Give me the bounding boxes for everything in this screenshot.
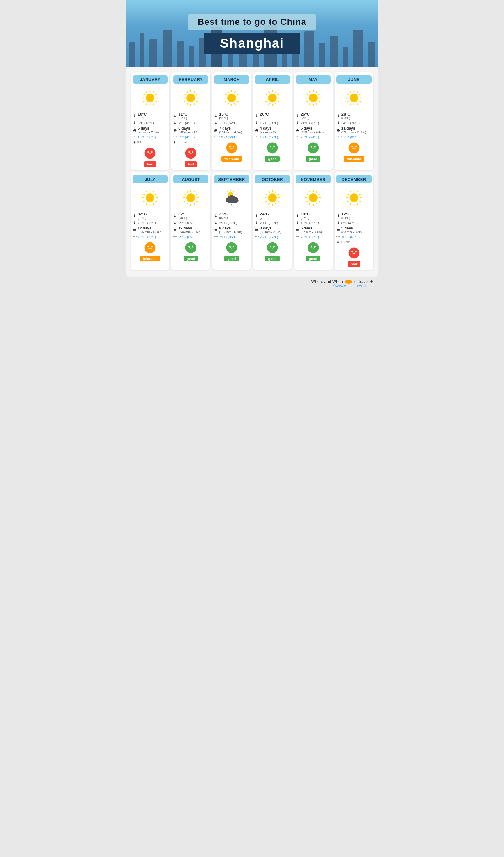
svg-line-200 [359, 194, 360, 195]
temp-high-fahrenheit: (59°F) [219, 116, 228, 120]
weather-icon [263, 88, 282, 107]
rating-face-icon [225, 142, 238, 155]
svg-line-179 [307, 194, 307, 195]
rain-icon: 🌧 [336, 128, 340, 133]
svg-line-22 [184, 101, 185, 102]
svg-point-33 [192, 151, 193, 153]
rating-label: bad [144, 161, 156, 167]
rain-stat: 🌧 5 days (87 mm - 3.4in) [296, 226, 331, 234]
rain-values: 12 days (244 mm - 9.6in) [178, 226, 201, 234]
sea-icon: 〰 [133, 235, 136, 239]
temp-high-stat: 🌡 28°C (83°F) [214, 212, 249, 220]
temp-high-values: 19°C (67°F) [301, 212, 310, 220]
temp-high-fahrenheit: (79°F) [301, 116, 310, 120]
temp-high-stat: 🌡 15°C (59°F) [214, 112, 249, 120]
rain-days-value: 8 days [219, 226, 242, 231]
temp-low-value: 15°C (59°F) [301, 221, 319, 225]
rain-icon: 🌧 [255, 228, 258, 232]
month-card-november: NOVEMBER 🌡 19°C (67°F) 🌡 15°C (59°F) [294, 172, 333, 270]
rain-stat: 🌧 3 days (85 mm - 3.3in) [255, 226, 290, 234]
sea-temp-stat: 〰 19°C (67°F) [255, 135, 290, 139]
rain-mm-value: (73 mm - 2.9in) [138, 131, 159, 134]
temp-high-celsius: 11°C [178, 112, 187, 116]
svg-point-154 [233, 246, 234, 247]
temp-high-stat: 🌡 32°C (90°F) [133, 212, 168, 220]
svg-line-177 [307, 201, 307, 202]
rain-stat: 🌧 6 days (113 mm - 4.4in) [296, 126, 331, 134]
temp-high-stat: 🌡 28°C (83°F) [336, 112, 372, 120]
thermometer-low-icon: 🌡 [214, 221, 218, 225]
temp-high-fahrenheit: (50°F) [138, 116, 147, 120]
month-name: JUNE [348, 77, 360, 82]
sea-icon: 〰 [296, 135, 299, 139]
month-card-september: SEPTEMBER 🌡 28°C (83°F) 🌡 25°C (77° [212, 172, 251, 270]
month-header: SEPTEMBER [214, 175, 249, 183]
svg-line-91 [348, 101, 348, 102]
rating-container: good [306, 142, 320, 162]
temp-high-celsius: 15°C [219, 112, 228, 116]
temp-high-stat: 🌡 12°C (54°F) [336, 212, 372, 220]
month-name: JULY [145, 177, 155, 182]
svg-point-16 [151, 151, 153, 153]
rating-label: good [224, 256, 239, 262]
svg-point-99 [350, 94, 358, 102]
svg-line-45 [237, 94, 238, 95]
stats-section: 🌡 20°C (68°F) 🌡 16°C (61°F) 🌧 4 days (77… [255, 112, 290, 139]
svg-line-24 [184, 94, 185, 95]
rain-icon: 🌧 [173, 128, 177, 133]
svg-point-31 [185, 148, 197, 159]
svg-point-168 [269, 194, 276, 202]
svg-line-124 [194, 203, 195, 204]
svg-line-74 [307, 101, 307, 102]
svg-line-44 [235, 91, 235, 92]
rating-label: tolerable [221, 156, 242, 162]
weather-icon [222, 88, 241, 107]
svg-line-194 [348, 201, 348, 202]
svg-line-35 [237, 101, 238, 102]
month-name: MARCH [224, 77, 240, 82]
rain-icon: 🌧 [133, 228, 136, 232]
months-row-1: JANUARY 🌡 10°C (50°F) 🌡 6°C (43°F) [131, 72, 373, 170]
thermometer-low-icon: 🌡 [133, 221, 136, 225]
svg-line-191 [357, 203, 358, 204]
svg-line-109 [144, 201, 145, 202]
temp-low-value: 24°C (76°F) [341, 121, 360, 125]
svg-point-204 [352, 251, 353, 253]
svg-line-5 [144, 101, 145, 102]
temp-high-stat: 🌡 26°C (79°F) [296, 112, 331, 120]
snow-stat: ❄ 16 cm [336, 240, 372, 245]
temp-high-fahrenheit: (83°F) [341, 116, 351, 120]
svg-line-183 [319, 194, 319, 195]
temp-low-value: 6°C (43°F) [138, 121, 154, 125]
temp-high-celsius: 32°C [178, 212, 187, 216]
rating-face-icon [225, 242, 238, 255]
svg-point-120 [151, 246, 153, 247]
svg-line-63 [278, 94, 279, 95]
svg-line-106 [153, 203, 154, 204]
thermometer-low-icon: 🌡 [336, 221, 340, 225]
svg-line-157 [275, 203, 276, 204]
rating-container: bad [144, 147, 156, 167]
month-name: APRIL [266, 77, 279, 82]
month-header: MARCH [214, 75, 249, 84]
sea-temp-stat: 〰 13°C (56°F) [214, 135, 249, 139]
rain-stat: 🌧 12 days (244 mm - 9.6in) [173, 226, 208, 234]
rain-stat: 🌧 12 days (326 mm - 12.8in) [133, 226, 168, 234]
rain-icon: 🌧 [214, 128, 218, 133]
svg-line-112 [146, 191, 147, 192]
stats-section: 🌡 10°C (50°F) 🌡 6°C (43°F) 🌧 5 days (73 … [133, 112, 168, 145]
rain-icon: 🌧 [336, 228, 340, 232]
rating-label: bad [348, 261, 360, 267]
thermometer-low-icon: 🌡 [336, 121, 340, 125]
stats-section: 🌡 32°C (90°F) 🌡 28°C (83°F) 🌧 12 days (3… [133, 212, 168, 239]
svg-point-67 [270, 146, 271, 148]
weather-icon [345, 188, 364, 207]
rating-label: tolerable [343, 156, 364, 162]
sea-temp-stat: 〰 20°C (68°F) [296, 235, 331, 239]
temp-high-celsius: 24°C [260, 212, 269, 216]
stats-section: 🌡 12°C (54°F) 🌡 8°C (47°F) 🌧 5 days (83 … [336, 212, 372, 245]
weather-icon [304, 188, 323, 207]
svg-line-123 [197, 201, 197, 202]
svg-line-10 [153, 91, 154, 92]
sea-temp-stat: 〰 25°C (77°F) [255, 235, 290, 239]
